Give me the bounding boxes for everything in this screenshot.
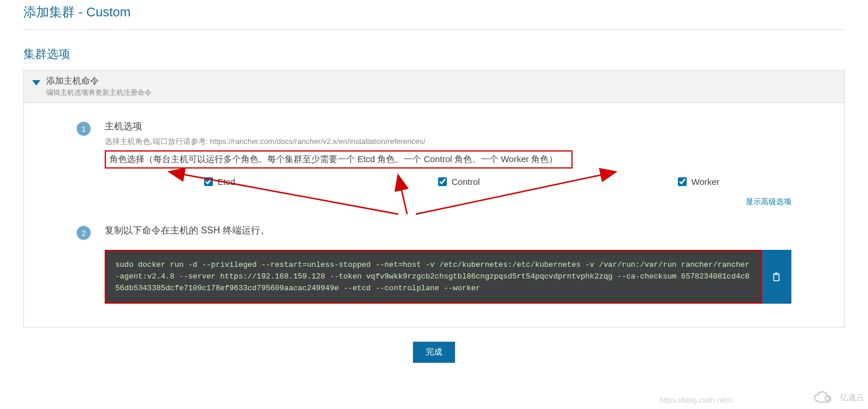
step1-sub-prefix: 选择主机角色,端口放行请参考: bbox=[105, 137, 210, 146]
watermark-brand-text: 亿速云 bbox=[840, 393, 864, 403]
role-checkbox-control[interactable] bbox=[438, 177, 447, 186]
section-title: 集群选项 bbox=[23, 46, 845, 62]
panel-header-title: 添加主机命令 bbox=[46, 75, 151, 87]
done-button[interactable]: 完成 bbox=[413, 342, 455, 363]
clipboard-icon bbox=[771, 271, 782, 283]
step-badge-1: 1 bbox=[77, 122, 91, 136]
role-option-worker[interactable]: Worker bbox=[678, 177, 719, 187]
watermark-url: https://blog.csdn.net/c bbox=[660, 396, 733, 404]
step-2: 2 复制以下命令在主机的 SSH 终端运行。 sudo docker run -… bbox=[77, 225, 791, 304]
step1-sub-link[interactable]: https://rancher.com/docs/rancher/v2.x/en… bbox=[210, 137, 426, 146]
command-box[interactable]: sudo docker run -d --privileged --restar… bbox=[105, 250, 762, 304]
role-label-etcd: Etcd bbox=[218, 177, 235, 187]
roles-row: Etcd Control Worker bbox=[105, 173, 791, 190]
step1-subtitle: 选择主机角色,端口放行请参考: https://rancher.com/docs… bbox=[105, 136, 791, 147]
panel-header-subtitle: 编辑主机选项将更新主机注册命令 bbox=[46, 88, 151, 98]
step-badge-2: 2 bbox=[77, 226, 91, 240]
cloud-icon bbox=[812, 390, 836, 405]
role-option-control[interactable]: Control bbox=[438, 177, 480, 187]
role-label-control: Control bbox=[452, 177, 480, 187]
role-checkbox-worker[interactable] bbox=[678, 177, 687, 186]
show-advanced-link[interactable]: 显示高级选项 bbox=[746, 197, 791, 207]
register-host-panel: 添加主机命令 编辑主机选项将更新主机注册命令 1 主机选项 选择主机角色,端口放… bbox=[23, 70, 845, 328]
role-checkbox-etcd[interactable] bbox=[204, 177, 213, 186]
watermark-brand: 亿速云 bbox=[812, 390, 864, 405]
step1-title: 主机选项 bbox=[105, 121, 791, 133]
copy-button[interactable] bbox=[762, 250, 791, 304]
step-1: 1 主机选项 选择主机角色,端口放行请参考: https://rancher.c… bbox=[77, 121, 791, 190]
chevron-down-icon[interactable] bbox=[32, 80, 40, 85]
role-option-etcd[interactable]: Etcd bbox=[204, 177, 235, 187]
page-title: 添加集群 - Custom bbox=[23, 0, 845, 30]
svg-point-3 bbox=[825, 396, 829, 400]
step2-title: 复制以下命令在主机的 SSH 终端运行。 bbox=[105, 225, 791, 237]
panel-header[interactable]: 添加主机命令 编辑主机选项将更新主机注册命令 bbox=[24, 71, 844, 103]
role-label-worker: Worker bbox=[691, 177, 719, 187]
role-selection-note: 角色选择（每台主机可以运行多个角色。每个集群至少需要一个 Etcd 角色、一个 … bbox=[105, 150, 573, 169]
